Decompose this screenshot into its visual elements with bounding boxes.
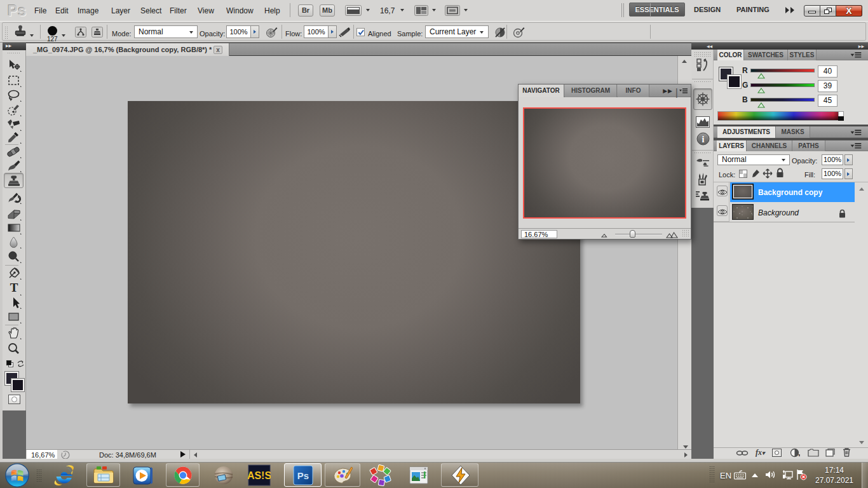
svg-text:AS!S: AS!S bbox=[248, 470, 271, 481]
svg-text:Ps: Ps bbox=[297, 470, 309, 481]
svg-text:▾: ▾ bbox=[798, 452, 800, 458]
svg-text:X: X bbox=[846, 6, 852, 16]
svg-text:i: i bbox=[702, 135, 705, 144]
